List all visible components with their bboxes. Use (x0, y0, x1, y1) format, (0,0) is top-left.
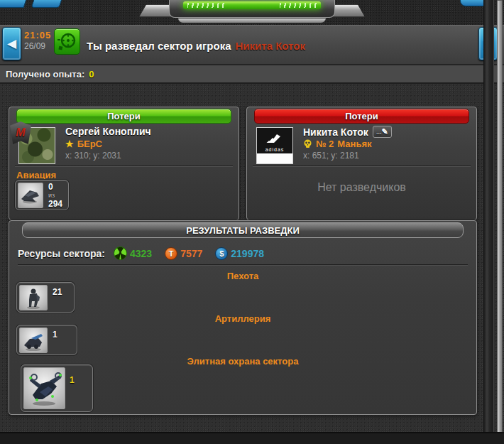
elite-guard-count: 1 (70, 375, 75, 385)
aviation-loss-counter: 0 из 294 (48, 183, 62, 208)
resource-credits: $ 219978 (215, 247, 264, 260)
defender-losses-header: Потери (254, 109, 469, 124)
results-divider (18, 264, 468, 266)
artillery-count: 1 (53, 330, 57, 340)
attacker-panel-divider (15, 166, 233, 167)
artillery-section-title: Артиллерия (9, 313, 476, 324)
edit-note-button[interactable]: ...✎ (373, 126, 392, 138)
report-date: 26/09 (24, 41, 45, 51)
defender-losses-panel: Потери adidas Никита Коток ...✎ (246, 107, 477, 220)
report-message: Ты разведал сектор игрока Никита Коток (87, 26, 305, 66)
experience-value: 0 (89, 69, 94, 80)
infantry-unit-icon (19, 285, 48, 310)
report-banner: ◀ 21:05 26/09 Ты разведал сектор игрока … (0, 25, 504, 65)
infantry-count: 21 (53, 287, 62, 297)
emblem-green-bar-icon (183, 1, 321, 9)
spy-report-window: ◀ 21:05 26/09 Ты разведал сектор игрока … (0, 0, 504, 444)
defender-rank-title: Маньяк (337, 139, 371, 149)
attacker-unit-section-label: Авиация (16, 170, 56, 180)
attacker-losses-panel: Потери M Сергей Коноплич ★ БЕрС x: 310; … (9, 107, 239, 220)
no-scouts-message: Нет разведчиков (247, 181, 476, 194)
report-message-text: Ты разведал сектор игрока (87, 40, 231, 52)
aviation-lost: 0 (48, 183, 62, 191)
attacker-aviation-slot[interactable]: 0 из 294 (15, 180, 69, 210)
elite-guard-unit-slot[interactable]: 1 (21, 364, 93, 412)
defender-rank-number: № 2 (316, 139, 334, 149)
experience-row: Получено опыта: 0 (0, 65, 504, 84)
top-frame-strip (0, 0, 504, 25)
emblem-hatch-left (187, 3, 224, 8)
results-title: РЕЗУЛЬТАТЫ РАЗВЕДКИ (22, 222, 464, 238)
resource-titanite: T 7577 (165, 247, 202, 260)
defender-rank-row: № 2 Маньяк (303, 139, 372, 149)
attacker-name-text: Сергей Коноплич (65, 126, 151, 137)
defender-avatar-base (257, 153, 292, 163)
uranium-value: 4323 (130, 248, 152, 259)
emblem-lip (177, 18, 327, 23)
star-icon: ★ (65, 139, 74, 149)
defender-avatar-logo: adidas (257, 128, 292, 153)
emblem-hatch-right (280, 3, 317, 8)
resource-uranium: 4323 (114, 247, 152, 260)
bottom-frame-bar (0, 432, 504, 444)
top-left-frame-fragment-2 (31, 0, 63, 8)
defender-coordinates: x: 651; y: 2181 (303, 151, 359, 161)
attacker-clan-row: ★ БЕрС (65, 139, 102, 149)
attacker-losses-header: Потери (16, 109, 231, 124)
infantry-section-title: Пехота (9, 271, 476, 281)
top-left-frame-fragment (0, 0, 27, 8)
espionage-results-panel: РЕЗУЛЬТАТЫ РАЗВЕДКИ Ресурсы сектора: 432… (9, 220, 477, 415)
experience-label: Получено опыта: (6, 69, 84, 80)
infantry-unit-slot[interactable]: 21 (16, 282, 75, 313)
uranium-icon (114, 247, 127, 260)
attacker-clan-tag: БЕрС (77, 139, 102, 149)
elite-guard-unit-icon (23, 367, 65, 409)
credits-value: 219978 (231, 248, 264, 259)
target-player-link[interactable]: Никита Коток (236, 40, 305, 52)
defender-panel-divider (253, 166, 471, 167)
pencil-icon: ✎ (381, 127, 388, 136)
titanite-value: 7577 (180, 248, 202, 259)
scrollbar-thumb[interactable] (497, 0, 503, 435)
defender-name: Никита Коток ...✎ (303, 126, 392, 138)
skull-icon (303, 139, 312, 148)
previous-report-button[interactable]: ◀ (2, 27, 21, 60)
defender-avatar: adidas (256, 127, 293, 164)
resources-label: Ресурсы сектора: (18, 248, 105, 259)
scrollbar-track (483, 0, 494, 444)
attacker-name: Сергей Коноплич (65, 126, 151, 137)
report-time: 21:05 (24, 30, 51, 40)
sector-resources-row: Ресурсы сектора: 4323 T 7577 (18, 247, 271, 260)
artillery-unit-icon (19, 327, 48, 353)
aviation-total: 294 (48, 200, 62, 208)
credits-icon: $ (215, 247, 228, 260)
defender-avatar-word: adidas (265, 147, 285, 153)
attacker-clan-emblem-icon: M (10, 121, 31, 144)
titanite-icon: T (165, 247, 177, 260)
artillery-unit-slot[interactable]: 1 (16, 325, 77, 355)
attacker-coordinates: x: 310; y: 2031 (65, 151, 121, 161)
aviation-unit-icon (18, 183, 43, 208)
defender-name-text: Никита Коток (303, 126, 368, 138)
espionage-radar-icon (54, 28, 80, 55)
